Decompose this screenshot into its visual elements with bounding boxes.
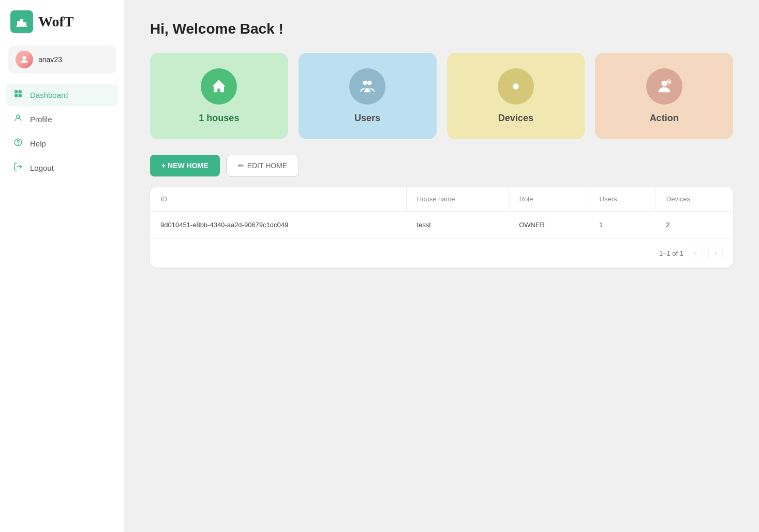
sidebar-item-logout-label: Logout (30, 164, 54, 172)
cell-role: OWNER (509, 212, 589, 239)
stat-card-houses[interactable]: 1 houses (150, 53, 288, 139)
chevron-left-icon: ‹ (694, 248, 697, 258)
svg-point-14 (367, 81, 372, 85)
col-header-users: Users (589, 187, 656, 212)
cell-id: 9d010451-e8bb-4340-aa2d-90679c1dc049 (150, 212, 406, 239)
stat-cards-grid: 1 houses Users (150, 53, 733, 139)
users-label: Users (354, 113, 380, 124)
pagination-next-button[interactable]: › (708, 246, 723, 260)
action-label: Action (650, 113, 679, 124)
username: anav23 (38, 55, 62, 64)
svg-point-9 (17, 115, 20, 118)
table-row[interactable]: 9d010451-e8bb-4340-aa2d-90679c1dc049 tes… (150, 212, 733, 239)
users-icon-circle (349, 68, 385, 105)
stat-card-action[interactable]: Action (595, 53, 733, 139)
logo-icon (10, 10, 33, 33)
page-title: Hi, Welcome Back ! (150, 21, 733, 37)
sidebar-item-profile-label: Profile (30, 115, 52, 124)
stat-card-users[interactable]: Users (299, 53, 437, 139)
svg-rect-7 (14, 94, 18, 97)
sidebar: WofT anav23 Dashboard (0, 0, 124, 532)
svg-rect-6 (19, 90, 22, 93)
profile-icon (12, 113, 24, 125)
sidebar-item-help-label: Help (30, 139, 46, 148)
svg-rect-5 (14, 90, 18, 93)
sidebar-item-dashboard-label: Dashboard (30, 91, 68, 99)
sidebar-item-profile[interactable]: Profile (6, 108, 118, 130)
svg-rect-1 (20, 19, 23, 26)
main-content: Hi, Welcome Back ! 1 houses (124, 0, 759, 532)
devices-label: Devices (498, 113, 533, 124)
chevron-right-icon: › (714, 248, 717, 258)
pagination: 1–1 of 1 ‹ › (150, 238, 733, 268)
help-icon (12, 138, 24, 150)
sidebar-item-dashboard[interactable]: Dashboard (6, 84, 118, 106)
svg-point-11 (18, 144, 19, 144)
col-header-id: ID (150, 187, 406, 212)
cell-devices: 2 (656, 212, 733, 239)
new-home-button[interactable]: + NEW HOME (150, 155, 220, 176)
cell-users: 1 (589, 212, 656, 239)
user-profile-card[interactable]: anav23 (8, 46, 116, 73)
action-icon-circle (646, 68, 682, 105)
edit-pencil-icon: ✏ (238, 161, 244, 170)
edit-home-button[interactable]: ✏ EDIT HOME (226, 155, 300, 176)
col-header-house-name: House name (406, 187, 509, 212)
svg-point-4 (23, 56, 26, 60)
pagination-prev-button[interactable]: ‹ (689, 246, 703, 260)
cell-house-name: tesst (406, 212, 509, 239)
col-header-role: Role (509, 187, 589, 212)
svg-rect-2 (23, 22, 26, 26)
logo-area: WofT (0, 0, 124, 41)
stat-card-devices[interactable]: Devices (447, 53, 585, 139)
action-buttons: + NEW HOME ✏ EDIT HOME (150, 155, 733, 176)
logo-text: WofT (38, 13, 73, 30)
dashboard-icon (12, 89, 24, 101)
svg-point-15 (513, 83, 518, 89)
col-header-devices: Devices (656, 187, 733, 212)
nav-menu: Dashboard Profile Help (0, 84, 124, 179)
logout-icon (12, 162, 24, 174)
avatar (16, 51, 33, 68)
devices-icon-circle (498, 68, 534, 105)
svg-rect-0 (17, 21, 20, 26)
pagination-info: 1–1 of 1 (659, 249, 683, 257)
houses-label: 1 houses (199, 113, 239, 124)
sidebar-item-help[interactable]: Help (6, 132, 118, 155)
homes-table: ID House name Role Users Devices 9d01045… (150, 187, 733, 238)
homes-table-container: ID House name Role Users Devices 9d01045… (150, 187, 733, 268)
sidebar-item-logout[interactable]: Logout (6, 157, 118, 179)
svg-rect-8 (19, 94, 22, 97)
houses-icon-circle (201, 68, 237, 105)
svg-point-13 (363, 81, 368, 85)
